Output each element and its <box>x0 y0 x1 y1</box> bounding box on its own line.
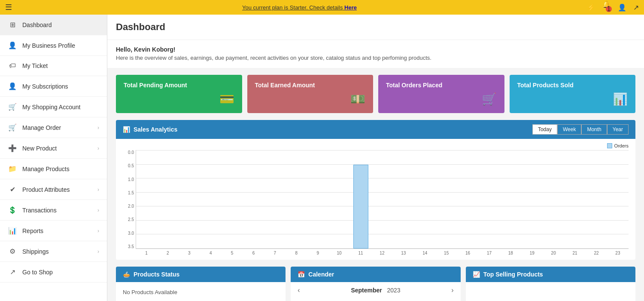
sidebar-item-reports[interactable]: 📊 Reports › <box>0 221 107 241</box>
top-selling-header: 📈 Top Selling Products <box>466 267 635 282</box>
arrow-icon: › <box>97 125 99 131</box>
announcement-link[interactable]: Here <box>344 4 357 11</box>
filter-icon[interactable]: ⚡ <box>587 3 595 12</box>
bar-slot-16 <box>479 150 500 249</box>
stat-icon-3: 📊 <box>613 92 628 106</box>
my-business-profile-icon: 👤 <box>8 41 17 49</box>
trending-icon: 📈 <box>473 271 480 278</box>
product-attributes-label: Product Attributes <box>22 186 97 193</box>
x-label: 21 <box>564 249 586 255</box>
pie-chart-icon: 🥧 <box>123 271 130 278</box>
time-filter-month[interactable]: Month <box>581 124 607 135</box>
stat-card-2: Total Orders Placed 🛒 <box>378 75 504 113</box>
my-ticket-label: My Ticket <box>22 62 99 69</box>
sidebar-item-my-shopping-account[interactable]: 🛒 My Shopping Account <box>0 97 107 117</box>
welcome-section: Hello, Kevin Koborg! Here is the overvie… <box>107 40 644 68</box>
x-label: 9 <box>307 249 328 255</box>
legend-box <box>607 143 612 148</box>
sidebar-item-my-ticket[interactable]: 🏷 My Ticket <box>0 56 107 76</box>
stat-icon-2: 🛒 <box>482 92 497 106</box>
sidebar-item-dashboard[interactable]: ⊞ Dashboard <box>0 15 107 35</box>
calendar-prev[interactable]: ‹ <box>298 286 300 294</box>
bar-slot-12 <box>393 150 415 249</box>
my-shopping-account-label: My Shopping Account <box>22 104 99 111</box>
calendar-year: 2023 <box>387 287 400 294</box>
shippings-label: Shippings <box>22 248 97 255</box>
arrow-icon: › <box>97 228 99 234</box>
stat-card-3: Total Products Sold 📊 <box>510 75 636 113</box>
x-label: 11 <box>350 249 371 255</box>
analytics-header: 📊 Sales Analytics TodayWeekMonthYear <box>116 120 635 139</box>
sidebar-item-new-product[interactable]: ➕ New Product › <box>0 138 107 159</box>
transactions-icon: 💲 <box>8 206 17 214</box>
bar-slot-14 <box>436 150 457 249</box>
product-attributes-icon: ✔ <box>8 185 17 194</box>
x-label: 6 <box>243 249 264 255</box>
sidebar-item-my-subscriptions[interactable]: 👤 My Subscriptions <box>0 76 107 97</box>
manage-order-label: Manage Order <box>22 124 97 131</box>
sidebar-item-my-business-profile[interactable]: 👤 My Business Profile <box>0 35 107 56</box>
time-filter-year[interactable]: Year <box>607 124 629 135</box>
bar-slot-8 <box>307 150 329 249</box>
sidebar-item-manage-order[interactable]: 🛒 Manage Order › <box>0 117 107 138</box>
sidebar-item-manage-products[interactable]: 📁 Manage Products <box>0 159 107 179</box>
my-subscriptions-icon: 👤 <box>8 82 17 90</box>
y-label: 0.5 <box>123 163 136 168</box>
calendar-title: Calender <box>308 271 334 278</box>
arrow-icon: › <box>97 249 99 255</box>
shippings-icon: ⚙ <box>8 247 17 255</box>
bar-slot-2 <box>179 150 200 249</box>
my-ticket-icon: 🏷 <box>8 62 17 70</box>
x-label: 17 <box>479 249 500 255</box>
calendar-nav: ‹ September 2023 › <box>291 282 460 298</box>
main-content: Dashboard Hello, Kevin Koborg! Here is t… <box>107 15 644 301</box>
stat-title-0: Total Pending Amount <box>124 82 234 89</box>
x-label: 18 <box>500 249 521 255</box>
topbar: ☰ You current plan is Starter. Check det… <box>0 0 644 15</box>
x-label: 23 <box>607 249 629 255</box>
x-label: 13 <box>393 249 414 255</box>
time-filter-week[interactable]: Week <box>557 124 581 135</box>
notification-bell[interactable]: 🔔 1 <box>602 0 611 15</box>
calendar-header: 📅 Calender <box>291 267 460 282</box>
stat-icon-0: 💳 <box>219 92 234 106</box>
calendar-next[interactable]: › <box>451 286 453 294</box>
new-product-icon: ➕ <box>8 144 17 152</box>
top-selling-card: 📈 Top Selling Products <box>466 267 635 301</box>
y-label: 2.0 <box>123 204 136 209</box>
bars-container <box>136 150 629 249</box>
bar-slot-19 <box>543 150 565 249</box>
x-label: 4 <box>200 249 222 255</box>
bar-slot-6 <box>264 150 286 249</box>
stat-card-0: Total Pending Amount 💳 <box>116 75 242 113</box>
y-label: 3.5 <box>123 244 136 249</box>
x-label: 20 <box>543 249 564 255</box>
bar-slot-20 <box>565 150 586 249</box>
sidebar-item-shippings[interactable]: ⚙ Shippings › <box>0 241 107 262</box>
hamburger-icon[interactable]: ☰ <box>5 3 12 12</box>
bar-slot-0 <box>136 150 158 249</box>
sidebar-item-product-attributes[interactable]: ✔ Product Attributes › <box>0 179 107 200</box>
x-label: 19 <box>521 249 543 255</box>
bar-10 <box>353 165 368 249</box>
x-label: 14 <box>414 249 436 255</box>
go-to-shop-icon: ↗ <box>8 268 17 276</box>
user-icon[interactable]: 👤 <box>618 3 626 12</box>
sidebar-item-go-to-shop[interactable]: ↗ Go to Shop <box>0 262 107 283</box>
top-selling-body <box>466 282 635 296</box>
logout-icon[interactable]: ↗ <box>633 3 639 12</box>
x-label: 2 <box>157 249 179 255</box>
time-filter-today[interactable]: Today <box>532 124 557 135</box>
sidebar-item-transactions[interactable]: 💲 Transactions › <box>0 200 107 221</box>
bar-slot-15 <box>457 150 479 249</box>
bar-slot-9 <box>329 150 350 249</box>
y-label: 0.0 <box>123 150 136 155</box>
x-label: 15 <box>436 249 457 255</box>
bar-slot-21 <box>586 150 607 249</box>
bar-slot-4 <box>222 150 243 249</box>
arrow-icon: › <box>97 207 99 213</box>
time-filters: TodayWeekMonthYear <box>532 124 629 135</box>
go-to-shop-label: Go to Shop <box>22 269 99 276</box>
x-label: 5 <box>222 249 243 255</box>
bar-slot-18 <box>522 150 543 249</box>
